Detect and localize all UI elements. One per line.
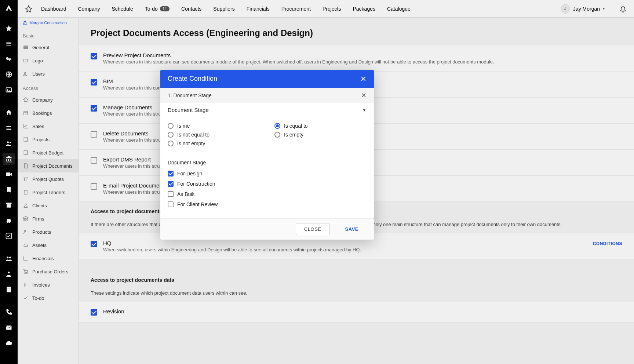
- save-button[interactable]: SAVE: [337, 223, 367, 235]
- stage-checklist: For DesignFor ConstructionAs BuiltFor Cl…: [168, 168, 367, 210]
- radio-icon: [168, 123, 174, 129]
- close-icon[interactable]: ✕: [360, 75, 367, 83]
- modal-body: Document Stage ▼ Is meIs equal toIs not …: [160, 103, 374, 218]
- check-for-design[interactable]: For Design: [168, 168, 367, 179]
- radio-icon: [168, 132, 174, 138]
- chevron-down-icon: ▼: [362, 108, 367, 113]
- radio-is-equal-to[interactable]: Is equal to: [274, 123, 367, 129]
- close-button[interactable]: CLOSE: [296, 223, 330, 235]
- checkbox-icon: [168, 171, 174, 176]
- radio-icon: [274, 132, 280, 138]
- modal-title: Create Condition: [168, 75, 217, 83]
- radio-icon: [168, 141, 174, 146]
- modal-header: Create Condition ✕: [160, 70, 374, 88]
- checkbox-icon: [168, 181, 174, 187]
- checkbox-icon: [168, 201, 174, 207]
- stage-values-label: Document Stage: [168, 160, 367, 165]
- check-as-built[interactable]: As Built: [168, 189, 367, 199]
- checkbox-icon: [168, 191, 174, 197]
- dropdown-value: Document Stage: [168, 107, 209, 113]
- modal-sub-text: 1. Document Stage: [168, 92, 212, 98]
- stage-dropdown[interactable]: Document Stage ▼: [168, 103, 367, 117]
- radio-is-not-equal-to[interactable]: Is not equal to: [168, 132, 260, 138]
- check-for-construction[interactable]: For Construction: [168, 179, 367, 189]
- create-condition-modal: Create Condition ✕ 1. Document Stage ✕ D…: [160, 70, 374, 240]
- sub-close-icon[interactable]: ✕: [361, 91, 367, 99]
- radio-is-me[interactable]: Is me: [168, 123, 260, 129]
- radio-is-empty[interactable]: Is empty: [274, 132, 367, 138]
- radio-is-not-empty[interactable]: Is not empty: [168, 141, 260, 146]
- operator-radios: Is meIs equal toIs not equal toIs emptyI…: [168, 120, 367, 155]
- modal-footer: CLOSE SAVE: [160, 218, 374, 240]
- radio-icon: [274, 123, 280, 129]
- modal-subheader: 1. Document Stage ✕: [160, 88, 374, 103]
- check-for-client-review[interactable]: For Client Review: [168, 199, 367, 210]
